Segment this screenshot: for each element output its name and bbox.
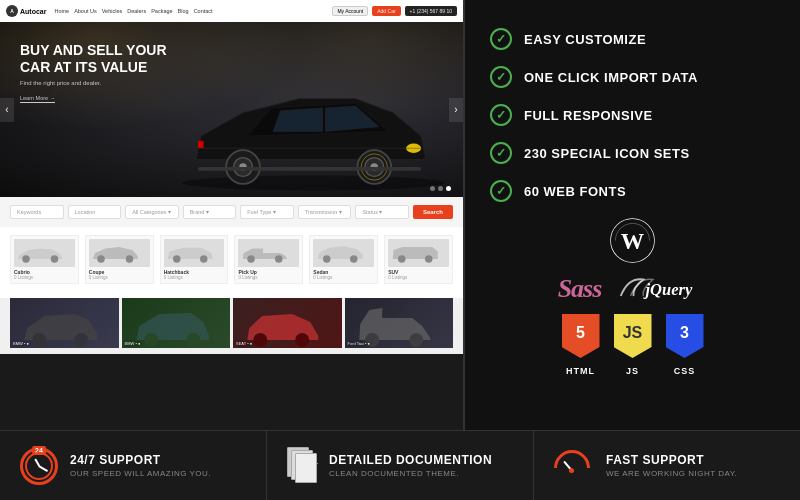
car-card-suv[interactable]: SUV 0 Listings [384,235,453,284]
js-label: JS [614,366,652,376]
nav-logo: A Autocar [6,5,46,17]
hero-text: Buy And Sell Your Car At Its Value Find … [20,42,167,104]
search-button[interactable]: Search [413,205,453,219]
listings-row-1: Cabrio 0 Listings Coupe 0 Listings Hatch… [10,235,453,284]
doc-icon [287,447,317,485]
jquery-logo: jQuery [617,271,707,306]
svg-point-31 [409,333,423,347]
svg-point-14 [97,255,105,263]
feature-one-click-import: ONE CLICK IMPORT DATA [490,58,775,96]
gallery-item-1[interactable]: BMW • ● [10,298,119,348]
logo-text: Autocar [20,8,46,15]
car-card-img [14,239,75,267]
nav-links: Home About Us Vehicles Dealers Package B… [54,8,324,14]
carousel-dots [430,186,451,191]
search-status[interactable]: Status ▾ [355,205,409,219]
svg-text:W: W [621,228,645,254]
speed-icon [554,450,594,482]
svg-point-27 [186,333,200,347]
svg-point-23 [425,255,433,263]
documentation-sub: CLEAN DOCUMENTED THEME. [329,469,492,478]
html-label: HTML [562,366,600,376]
car-card-hatchback[interactable]: Hatchback 0 Listings [160,235,229,284]
feature-web-fonts: 60 WEB FONTS [490,172,775,210]
doc-icon-wrap [287,447,317,485]
dot-1[interactable] [430,186,435,191]
car-card-pickup[interactable]: Pick Up 0 Listings [234,235,303,284]
svg-point-20 [323,255,331,263]
svg-point-15 [126,255,134,263]
preview-navbar: A Autocar Home About Us Vehicles Dealers… [0,0,463,22]
gallery-label-4: Ford Taxi • ● [348,341,370,346]
car-count: 0 Listings [14,275,75,280]
svg-point-26 [144,333,158,347]
gallery-item-4[interactable]: Ford Taxi • ● [345,298,454,348]
svg-rect-2 [198,141,204,149]
nav-package: Package [151,8,172,14]
jquery-svg: jQuery [617,271,707,306]
preview-search-bar: Keywords Location All Categories ▾ Brand… [0,197,463,227]
dot-3[interactable] [446,186,451,191]
js-number: JS [623,325,643,347]
bottom-documentation: DETAILED DOCUMENTION CLEAN DOCUMENTED TH… [267,431,534,500]
svg-point-22 [398,255,406,263]
svg-point-24 [32,333,46,347]
car-card-img [89,239,150,267]
carousel-prev[interactable]: ‹ [0,98,14,122]
search-brand[interactable]: Brand ▾ [183,205,237,219]
gallery-label-1: BMW • ● [13,341,29,346]
phone-number: +1 (234) 567 89 10 [405,6,457,16]
add-car-button[interactable]: Add Car [372,6,400,16]
search-fuel[interactable]: Fuel Type ▾ [240,205,294,219]
search-transmission[interactable]: Transmission ▾ [298,205,352,219]
check-icon-2 [490,66,512,88]
svg-text:jQuery: jQuery [643,280,693,299]
documentation-title: DETAILED DOCUMENTION [329,453,492,467]
features-panel: EASY CUSTOMIZE ONE CLICK IMPORT DATA FUL… [465,0,800,430]
hero-cta[interactable]: Learn More → [20,95,55,103]
car-card-sedan[interactable]: Sedan 0 Listings [309,235,378,284]
preview-gallery: BMW • ● BMW • ● SEAT • ● Ford Taxi • ● [0,298,463,354]
css3-badge: 3 [666,314,704,358]
clock-icon: 24 [20,447,58,485]
car-card-coupe[interactable]: Coupe 0 Listings [85,235,154,284]
support-247-sub: OUR SPEED WILL AMAZING YOU. [70,469,211,478]
search-category[interactable]: All Categories ▾ [125,205,179,219]
svg-point-28 [253,333,267,347]
css-label: CSS [666,366,704,376]
fast-support-sub: WE ARE WORKING NIGHT DAY. [606,469,737,478]
gallery-label-3: SEAT • ● [236,341,252,346]
car-card-img [313,239,374,267]
clock-hand-minute [39,465,48,471]
search-keywords[interactable]: Keywords [10,205,64,219]
doc-page-3 [295,453,317,483]
car-count: 0 Listings [388,275,449,280]
gallery-item-2[interactable]: BMW • ● [122,298,231,348]
feature-easy-customize: EASY CUSTOMIZE [490,20,775,58]
svg-point-17 [200,255,208,263]
dot-2[interactable] [438,186,443,191]
js-badge: JS [614,314,652,358]
speed-icon-wrap [554,450,594,482]
hero-subtitle: Find the right price and dealer. [20,80,167,86]
car-count: 0 Listings [313,275,374,280]
features-list: EASY CUSTOMIZE ONE CLICK IMPORT DATA FUL… [490,20,775,210]
sass-jquery-row: Sass jQuery [558,271,708,306]
fast-support-text: FAST SUPPORT WE ARE WORKING NIGHT DAY. [606,453,737,478]
car-count: 0 Listings [89,275,150,280]
search-location[interactable]: Location [68,205,122,219]
svg-point-19 [275,255,283,263]
hero-car-image [163,47,463,197]
carousel-next[interactable]: › [449,98,463,122]
nav-vehicles: Vehicles [102,8,123,14]
bottom-bar: 24 24/7 SUPPORT OUR SPEED WILL AMAZING Y… [0,430,800,500]
nav-actions: My Account Add Car +1 (234) 567 89 10 [332,6,457,16]
car-card-img [164,239,225,267]
svg-point-12 [23,255,31,263]
gallery-item-3[interactable]: SEAT • ● [233,298,342,348]
preview-hero: Buy And Sell Your Car At Its Value Find … [0,22,463,197]
my-account-button[interactable]: My Account [332,6,368,16]
car-card-cabrio[interactable]: Cabrio 0 Listings [10,235,79,284]
svg-point-0 [182,175,445,190]
nav-about: About Us [74,8,97,14]
